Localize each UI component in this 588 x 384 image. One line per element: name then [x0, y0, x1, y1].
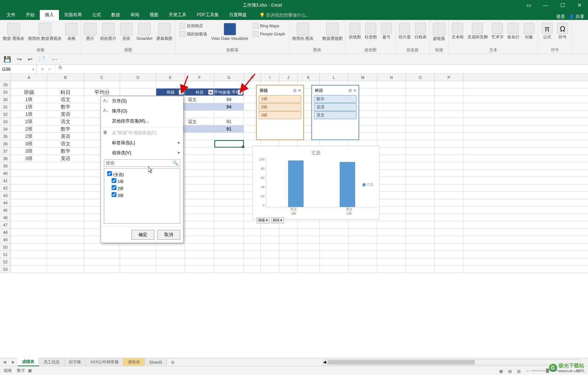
redo-icon[interactable]: ↪ — [17, 56, 22, 63]
tab-pdf[interactable]: PDF工具集 — [192, 10, 224, 20]
cell[interactable] — [435, 258, 463, 265]
cell[interactable]: 语文 — [185, 118, 214, 125]
chart-filter-button[interactable]: 班级 ▾ — [256, 217, 270, 224]
wordart-button[interactable]: 艺术字 — [491, 22, 504, 40]
sort-desc-item[interactable]: A↓降序(O) — [101, 106, 183, 116]
cell[interactable] — [11, 177, 47, 184]
filter-search-box[interactable]: 🔍 — [104, 159, 180, 167]
cell[interactable] — [214, 207, 244, 214]
cell[interactable] — [47, 251, 84, 258]
cell[interactable] — [156, 266, 185, 273]
close-icon[interactable]: ✕ — [571, 0, 588, 10]
row-header[interactable]: 43 — [0, 192, 11, 199]
cell[interactable] — [435, 229, 463, 236]
row-header[interactable]: 28 — [0, 81, 11, 88]
cell[interactable] — [185, 125, 214, 132]
cell[interactable] — [47, 214, 84, 221]
textbox-button[interactable]: 文本框 — [451, 22, 465, 40]
cell[interactable] — [406, 199, 435, 206]
cell[interactable] — [377, 140, 406, 147]
slicer-item[interactable]: 2班 — [259, 103, 301, 111]
cell[interactable]: 1班 — [11, 96, 47, 103]
cell[interactable] — [261, 243, 279, 250]
cell[interactable] — [185, 251, 214, 258]
cell[interactable] — [11, 192, 47, 199]
cell[interactable] — [214, 251, 244, 258]
page-layout-view-icon[interactable]: ▤ — [506, 367, 514, 374]
column-header[interactable]: I — [261, 74, 279, 81]
cell[interactable] — [185, 177, 214, 184]
row-header[interactable]: 49 — [0, 236, 11, 243]
tell-me[interactable]: 💡 告诉我您想要做什么... — [259, 11, 309, 20]
cell[interactable] — [214, 148, 244, 155]
cell[interactable] — [11, 266, 47, 273]
sheet-tab[interactable]: Sheet5 — [145, 359, 167, 366]
cell[interactable] — [435, 148, 463, 155]
row-header[interactable]: 51 — [0, 251, 11, 258]
cell[interactable] — [214, 133, 244, 140]
cell[interactable] — [120, 89, 156, 96]
cell[interactable]: 2班 — [11, 125, 47, 132]
cell[interactable] — [406, 148, 435, 155]
cell[interactable] — [298, 266, 320, 273]
cell[interactable]: 数学 — [47, 103, 84, 110]
cell[interactable]: 语文 — [47, 118, 84, 125]
column-header[interactable]: H — [244, 74, 261, 81]
header-footer-button[interactable]: 页眉和页脚 — [467, 22, 489, 40]
share-button[interactable]: 👤 共享 — [569, 14, 584, 20]
column-header[interactable]: J — [279, 74, 298, 81]
column-header[interactable]: L — [320, 74, 349, 81]
cell[interactable] — [406, 118, 435, 125]
cell[interactable] — [349, 251, 377, 258]
cell[interactable]: 科目▼ — [185, 89, 214, 96]
sort-asc-item[interactable]: A↓升序(S) — [101, 96, 183, 106]
cell[interactable] — [214, 229, 244, 236]
tab-pagelayout[interactable]: 页面布局 — [59, 10, 87, 20]
cell[interactable] — [185, 133, 214, 140]
cell[interactable] — [11, 221, 47, 228]
ribbon-display-options-icon[interactable]: ▭ — [520, 0, 537, 10]
cell[interactable] — [320, 236, 349, 243]
column-header[interactable]: N — [377, 74, 406, 81]
rec-charts-button[interactable]: 推荐的 图表 — [291, 22, 314, 41]
slicer-item[interactable]: 1班 — [259, 95, 301, 103]
cell[interactable] — [406, 155, 435, 162]
cell[interactable] — [185, 221, 214, 228]
cell[interactable] — [435, 170, 463, 177]
sparkline-column-button[interactable]: 柱形图 — [364, 22, 378, 40]
cell[interactable]: 平均分 — [84, 89, 120, 96]
cell[interactable] — [11, 243, 47, 250]
cell[interactable] — [47, 236, 84, 243]
cell[interactable]: 91 — [214, 125, 244, 132]
cell[interactable] — [320, 258, 349, 265]
cell[interactable] — [244, 258, 261, 265]
cell[interactable] — [320, 229, 349, 236]
cell[interactable]: 平均值项:平均分▾ — [214, 89, 244, 96]
cell[interactable] — [47, 266, 84, 273]
cell[interactable] — [377, 111, 406, 118]
cell[interactable] — [406, 170, 435, 177]
sparkline-winloss-button[interactable]: 盈亏 — [380, 22, 393, 40]
row-header[interactable]: 30 — [0, 96, 11, 103]
cell[interactable] — [377, 96, 406, 103]
row-header[interactable]: 39 — [0, 162, 11, 169]
row-header[interactable]: 40 — [0, 170, 11, 177]
label-filter-item[interactable]: 标签筛选(L)▸ — [101, 138, 183, 148]
fx-icon[interactable]: fx — [56, 65, 65, 73]
column-header[interactable]: A — [11, 74, 47, 81]
cell[interactable] — [406, 229, 435, 236]
cell[interactable] — [214, 162, 244, 169]
sheet-tab[interactable]: 田字格 — [64, 358, 86, 366]
cell[interactable] — [377, 81, 406, 88]
clear-filter-icon[interactable]: ✕ — [298, 89, 301, 93]
cell[interactable] — [406, 214, 435, 221]
cell[interactable] — [156, 258, 185, 265]
value-filter-item[interactable]: 值筛选(V)▸ — [101, 148, 183, 158]
row-header[interactable]: 46 — [0, 214, 11, 221]
tab-file[interactable]: 文件 — [1, 10, 21, 20]
myaddins-button[interactable]: 我的加载项 — [178, 30, 209, 38]
cell[interactable] — [214, 243, 244, 250]
row-header[interactable]: 29 — [0, 89, 11, 96]
sheet-nav-prev-icon[interactable]: ◀ — [0, 360, 9, 364]
cell[interactable] — [47, 199, 84, 206]
